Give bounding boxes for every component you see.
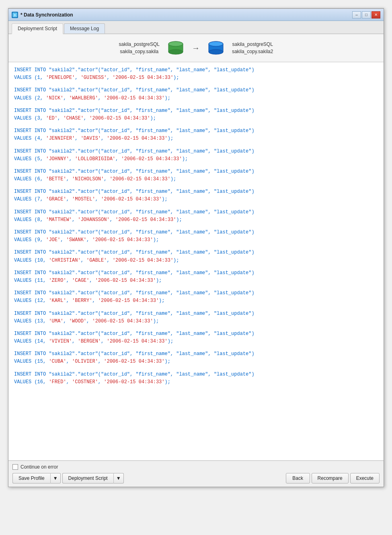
source-cylinder-icon — [167, 41, 184, 55]
title-bar-left: D * Data Synchronization — [12, 12, 73, 18]
arrow-icon: → — [192, 43, 200, 53]
save-profile-dropdown[interactable]: ▼ — [50, 473, 61, 483]
app-icon: D — [12, 12, 18, 18]
save-profile-button[interactable]: Save Profile — [12, 473, 50, 483]
tab-bar: Deployment Script Message Log — [8, 21, 384, 34]
svg-point-11 — [209, 41, 223, 46]
script-area[interactable]: INSERT INTO "sakila2"."actor"("actor_id"… — [8, 62, 384, 461]
dest-db-info: sakila_postgreSQL sakila_copy.sakila2 — [232, 41, 273, 55]
source-db-text: sakila_postgreSQL sakila_copy.sakila — [119, 41, 160, 55]
dest-db-icon — [208, 42, 224, 54]
sql-block: INSERT INTO "sakila2"."actor"("actor_id"… — [14, 148, 378, 163]
button-row: Save Profile ▼ Deployment Script ▼ Back … — [12, 473, 380, 483]
sql-block: INSERT INTO "sakila2"."actor"("actor_id"… — [14, 350, 378, 366]
svg-point-4 — [168, 50, 183, 54]
deployment-script-dropdown[interactable]: ▼ — [113, 473, 124, 483]
sql-block: INSERT INTO "sakila2"."actor"("actor_id"… — [14, 188, 378, 203]
tab-message-log[interactable]: Message Log — [64, 23, 105, 33]
title-controls: – □ ✕ — [352, 11, 380, 19]
source-db-icon — [168, 42, 184, 54]
sql-block: INSERT INTO "sakila2"."actor"("actor_id"… — [14, 229, 378, 244]
sql-block: INSERT INTO "sakila2"."actor"("actor_id"… — [14, 168, 378, 183]
sync-header: sakila_postgreSQL sakila_copy.sakila → — [8, 34, 384, 62]
sql-block: INSERT INTO "sakila2"."actor"("actor_id"… — [14, 209, 378, 224]
sql-block: INSERT INTO "sakila2"."actor"("actor_id"… — [14, 107, 378, 122]
back-button[interactable]: Back — [286, 473, 310, 483]
execute-button[interactable]: Execute — [350, 473, 380, 483]
bottom-bar: Continue on error Save Profile ▼ Deploym… — [8, 461, 384, 487]
sql-block: INSERT INTO "sakila2"."actor"("actor_id"… — [14, 127, 378, 143]
save-profile-group: Save Profile ▼ — [12, 473, 61, 483]
main-window: D * Data Synchronization – □ ✕ Deploymen… — [8, 8, 384, 487]
sql-block: INSERT INTO "sakila2"."actor"("actor_id"… — [14, 310, 378, 325]
tab-deployment-script[interactable]: Deployment Script — [12, 23, 63, 34]
sql-block: INSERT INTO "sakila2"."actor"("actor_id"… — [14, 289, 378, 305]
svg-point-5 — [168, 41, 183, 46]
continue-on-error-label: Continue on error — [21, 464, 58, 470]
sql-block: INSERT INTO "sakila2"."actor"("actor_id"… — [14, 66, 378, 82]
continue-on-error-checkbox[interactable] — [12, 464, 18, 470]
sql-block: INSERT INTO "sakila2"."actor"("actor_id"… — [14, 371, 378, 386]
dest-db-text: sakila_postgreSQL sakila_copy.sakila2 — [232, 41, 273, 55]
sql-block: INSERT INTO "sakila2"."actor"("actor_id"… — [14, 330, 378, 345]
svg-point-10 — [209, 50, 223, 54]
continue-on-error-row: Continue on error — [12, 464, 380, 470]
maximize-button[interactable]: □ — [362, 11, 371, 19]
dest-cylinder-icon — [207, 41, 224, 55]
deployment-script-group: Deployment Script ▼ — [62, 473, 124, 483]
svg-text:D: D — [14, 14, 16, 17]
window-title: * Data Synchronization — [21, 12, 73, 18]
sql-block: INSERT INTO "sakila2"."actor"("actor_id"… — [14, 249, 378, 264]
source-db-info: sakila_postgreSQL sakila_copy.sakila — [119, 41, 160, 55]
recompare-button[interactable]: Recompare — [312, 473, 349, 483]
deployment-script-button[interactable]: Deployment Script — [62, 473, 113, 483]
minimize-button[interactable]: – — [352, 11, 361, 19]
close-button[interactable]: ✕ — [371, 11, 380, 19]
title-bar: D * Data Synchronization – □ ✕ — [8, 9, 384, 21]
sql-block: INSERT INTO "sakila2"."actor"("actor_id"… — [14, 87, 378, 102]
sql-block: INSERT INTO "sakila2"."actor"("actor_id"… — [14, 269, 378, 285]
